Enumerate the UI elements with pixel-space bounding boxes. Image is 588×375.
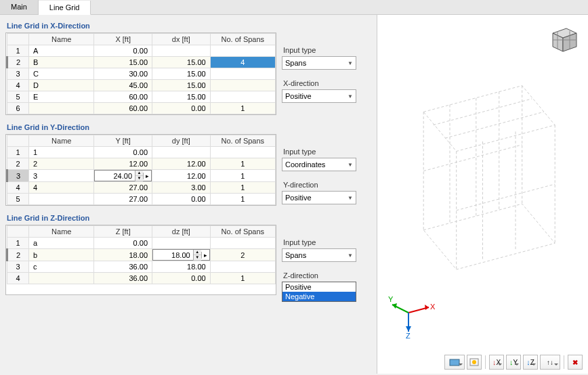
dropdown-option-positive[interactable]: Positive — [282, 282, 356, 292]
svg-text:Z: Z — [406, 332, 411, 340]
axis-gizmo: X Y Z — [388, 292, 436, 341]
spinner-up-icon[interactable]: ▲ — [194, 250, 201, 255]
table-row[interactable]: 4D45.0015.00 — [7, 80, 276, 91]
tab-linegrid[interactable]: Line Grid — [39, 1, 91, 15]
svg-rect-30 — [450, 359, 459, 366]
z-col-name: Name — [29, 226, 94, 238]
dropdown-option-negative[interactable]: Negative — [282, 292, 356, 301]
y-grid-table[interactable]: Name Y [ft] dy [ft] No. of Spans 110.002… — [5, 134, 276, 206]
x-direction-label: X-direction — [282, 78, 371, 88]
table-row[interactable]: 1a0.00 — [7, 238, 276, 249]
axis-custom-button[interactable]: ↑↓ — [540, 355, 560, 370]
x-col-name: Name — [29, 34, 94, 45]
y-col-d: dy [ft] — [152, 135, 211, 147]
preview-pane[interactable]: X Y Z ↓X ↓Y ↓Z ↑↓ ✖ — [377, 15, 588, 374]
table-row[interactable]: 660.000.001 — [7, 103, 276, 114]
fit-view-button[interactable] — [467, 355, 482, 370]
y-col-v: Y [ft] — [94, 135, 152, 147]
view-mode-button[interactable] — [444, 355, 465, 370]
table-row[interactable]: 5E60.0015.00 — [7, 91, 276, 103]
table-row[interactable]: 527.000.001 — [7, 194, 276, 205]
svg-text:X: X — [430, 303, 436, 311]
z-direction-dropdown[interactable]: Positive Negative — [282, 282, 356, 302]
axis-x-button[interactable]: ↓X — [489, 355, 504, 370]
chevron-down-icon: ▼ — [345, 162, 356, 168]
z-col-v: Z [ft] — [94, 226, 152, 238]
y-col-s: No. of Spans — [210, 135, 275, 147]
spinner-down-icon[interactable]: ▼ — [194, 255, 201, 261]
tab-bar: Main Line Grid — [0, 0, 588, 15]
chevron-down-icon: ▼ — [345, 252, 356, 259]
y-direction-combo[interactable]: Positive▼ — [282, 191, 356, 204]
section-title-x: Line Grid in X-Direction — [5, 18, 371, 32]
table-row[interactable]: 3324.00▲▼▸12.001 — [7, 170, 276, 182]
value-spinner[interactable]: 18.00▲▼▸ — [152, 249, 210, 261]
table-row[interactable]: 3C30.0015.00 — [7, 68, 276, 80]
tab-main[interactable]: Main — [0, 0, 39, 14]
svg-line-13 — [457, 184, 555, 211]
y-inputtype-label: Input type — [282, 146, 371, 156]
chevron-down-icon: ▼ — [345, 93, 356, 100]
section-title-y: Line Grid in Y-Direction — [5, 119, 371, 134]
table-row[interactable]: 1A0.00 — [7, 45, 276, 57]
pick-icon[interactable]: ▸ — [143, 173, 151, 179]
close-preview-button[interactable]: ✖ — [568, 355, 583, 370]
svg-marker-28 — [406, 326, 411, 332]
svg-marker-6 — [423, 86, 555, 152]
z-grid-table[interactable]: Name Z [ft] dz [ft] No. of Spans 1a0.002… — [5, 225, 276, 295]
chevron-down-icon: ▼ — [345, 195, 356, 201]
z-col-s: No. of Spans — [210, 226, 275, 238]
x-grid-table[interactable]: Name X [ft] dx [ft] No. of Spans 1A0.002… — [5, 32, 276, 115]
spinner-down-icon[interactable]: ▼ — [135, 176, 143, 181]
x-inputtype-combo[interactable]: Spans▼ — [282, 56, 356, 70]
x-col-v: X [ft] — [94, 34, 152, 45]
z-col-d: dz [ft] — [152, 226, 211, 238]
y-col-name: Name — [29, 135, 94, 147]
svg-marker-7 — [423, 204, 555, 269]
section-title-z: Line Grid in Z-Direction — [5, 210, 371, 225]
x-inputtype-label: Input type — [282, 45, 371, 55]
x-col-s: No. of Spans — [210, 34, 275, 45]
table-row[interactable]: 3c36.0018.00 — [7, 261, 276, 273]
table-row[interactable]: 110.00 — [7, 147, 276, 158]
z-controls: Input type Spans▼ Z-direction Negative▼ … — [282, 225, 371, 295]
svg-line-19 — [434, 99, 532, 125]
axis-y-button[interactable]: ↓Y — [506, 355, 521, 370]
chevron-down-icon: ▼ — [345, 60, 356, 66]
x-controls: Input type Spans▼ X-direction Positive▼ — [282, 32, 371, 115]
spinner-up-icon[interactable]: ▲ — [135, 171, 143, 176]
svg-point-32 — [472, 360, 476, 364]
y-direction-label: Y-direction — [282, 179, 371, 190]
table-row[interactable]: 2B15.0015.004 — [7, 57, 276, 68]
table-row[interactable]: 4427.003.001 — [7, 182, 276, 194]
svg-text:Y: Y — [388, 295, 394, 303]
table-row[interactable]: 2212.0012.001 — [7, 158, 276, 170]
z-direction-label: Z-direction — [282, 270, 371, 280]
x-col-d: dx [ft] — [152, 34, 211, 45]
y-inputtype-combo[interactable]: Coordinates▼ — [282, 158, 356, 171]
svg-line-12 — [423, 145, 522, 171]
svg-marker-25 — [392, 303, 397, 309]
svg-marker-22 — [425, 305, 429, 310]
axis-z-button[interactable]: ↓Z — [523, 355, 538, 370]
z-inputtype-combo[interactable]: Spans▼ — [282, 248, 356, 262]
preview-toolbar: ↓X ↓Y ↓Z ↑↓ ✖ — [444, 355, 583, 370]
value-spinner[interactable]: 24.00▲▼▸ — [94, 170, 152, 181]
pick-icon[interactable]: ▸ — [201, 252, 209, 259]
svg-line-20 — [445, 112, 544, 138]
table-row[interactable]: 2b18.0018.00▲▼▸2 — [7, 249, 276, 261]
y-controls: Input type Coordinates▼ Y-direction Posi… — [282, 134, 371, 206]
table-row[interactable]: 436.000.001 — [7, 273, 276, 284]
z-inputtype-label: Input type — [282, 237, 371, 247]
x-direction-combo[interactable]: Positive▼ — [282, 89, 356, 103]
